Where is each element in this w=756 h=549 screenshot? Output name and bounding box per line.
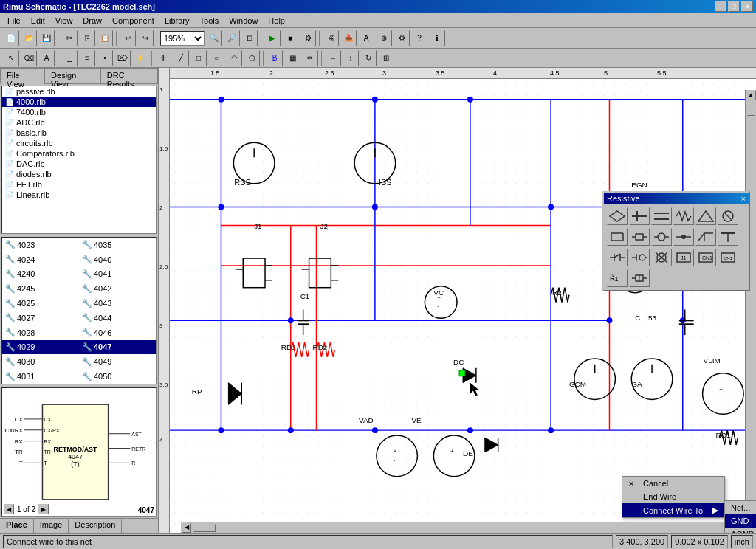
undo-button[interactable]: ↩ — [120, 30, 136, 46]
ctx-end-wire[interactable]: End Wire — [622, 490, 724, 503]
tree-item-4000[interactable]: 📄 4000.rlb — [2, 97, 156, 107]
arc-button[interactable]: ◠ — [226, 50, 242, 66]
line-button[interactable]: ╱ — [173, 50, 189, 66]
run-button[interactable]: ▶ — [264, 30, 281, 46]
circle-button[interactable]: ○ — [208, 50, 224, 66]
tb-btn-a[interactable]: A — [358, 30, 374, 46]
comp-4028[interactable]: 🔧4028 — [2, 325, 79, 340]
menu-component[interactable]: Component — [108, 15, 159, 27]
comp-4046[interactable]: 🔧4046 — [79, 325, 156, 340]
title-bar-buttons[interactable]: ─ □ × — [715, 1, 753, 12]
save-button[interactable]: 💾 — [38, 30, 55, 46]
menu-draw[interactable]: Draw — [78, 15, 106, 27]
res-component-9[interactable] — [651, 228, 672, 246]
res-component-2[interactable] — [629, 207, 650, 225]
cut-button[interactable]: ✂ — [61, 30, 78, 46]
comp-4043[interactable]: 🔧4043 — [79, 296, 156, 311]
tree-item-7400[interactable]: 📄 7400.rlb — [2, 107, 156, 117]
print-button[interactable]: 🖨 — [323, 30, 339, 46]
open-button[interactable]: 📂 — [21, 30, 37, 46]
comp-4029[interactable]: 🔧4029 — [2, 340, 79, 355]
comp-4044[interactable]: 🔧4044 — [79, 311, 156, 325]
menu-file[interactable]: File — [3, 15, 25, 27]
tree-item-basic[interactable]: 📄 basic.rlb — [2, 128, 156, 138]
res-component-7[interactable] — [607, 228, 628, 246]
select-button[interactable]: ↖ — [3, 50, 19, 66]
vertical-scrollbar[interactable]: ▲ ▼ — [745, 90, 756, 522]
tree-item-diodes[interactable]: 📄 diodes.rlb — [2, 169, 156, 179]
export-button[interactable]: 📤 — [340, 30, 357, 46]
cursor-button[interactable]: ✛ — [155, 50, 171, 66]
res-component-14[interactable] — [629, 249, 650, 266]
comp-4024[interactable]: 🔧4024 — [2, 252, 79, 267]
bus-button[interactable]: ≡ — [79, 50, 95, 66]
info-button[interactable]: ℹ — [429, 30, 445, 46]
pen-button[interactable]: ✏ — [302, 50, 318, 66]
zoom-out-button[interactable]: 🔎 — [224, 30, 240, 46]
wire-button[interactable]: ⎯ — [61, 50, 78, 66]
paste-button[interactable]: 📋 — [97, 30, 113, 46]
prev-page-button[interactable]: ◀ — [4, 504, 14, 514]
res-component-10[interactable] — [673, 228, 694, 246]
next-page-button[interactable]: ▶ — [38, 504, 49, 514]
resistive-close-button[interactable]: × — [741, 194, 746, 203]
zoom-fit-button[interactable]: ⊡ — [241, 30, 258, 46]
tab-design-view[interactable]: Design View — [44, 68, 100, 83]
zoom-in-button[interactable]: 🔍 — [206, 30, 222, 46]
flip-h-button[interactable]: ↔ — [325, 50, 341, 66]
ctx-connect-wire[interactable]: Connect Wire To ▶ — [622, 503, 724, 517]
menu-window[interactable]: Window — [224, 15, 262, 27]
minimize-button[interactable]: ─ — [715, 1, 726, 12]
comp-4025[interactable]: 🔧4025 — [2, 296, 79, 311]
scroll-left-button[interactable]: ◀ — [182, 523, 191, 533]
scroll-thumb-h[interactable] — [193, 524, 216, 532]
zoom-select[interactable]: 195% 100% 150% 200% — [160, 31, 205, 46]
junction-button[interactable]: • — [97, 50, 113, 66]
comp-4049[interactable]: 🔧4049 — [79, 354, 156, 369]
tree-item-passive[interactable]: 📄 passive.rlb — [2, 86, 156, 97]
res-component-4[interactable] — [673, 207, 694, 225]
res-component-20[interactable] — [629, 269, 650, 287]
close-button[interactable]: × — [741, 1, 753, 12]
res-component-13[interactable] — [607, 249, 628, 266]
copy-button[interactable]: ⎘ — [79, 30, 95, 46]
redo-button[interactable]: ↪ — [137, 30, 154, 46]
comp-4240[interactable]: 🔧4240 — [2, 267, 79, 282]
text-button[interactable]: A — [38, 50, 55, 66]
schematic-area[interactable]: 1.5 2 2.5 3 3.5 4 4.5 5 5.5 1 1.5 2 2.5 … — [159, 68, 756, 533]
tb-btn-b[interactable]: ⊕ — [376, 30, 392, 46]
submenu-net[interactable]: Net... — [725, 501, 756, 514]
res-component-8[interactable] — [629, 228, 650, 246]
label-button[interactable]: ⌦ — [114, 50, 131, 66]
menu-view[interactable]: View — [51, 15, 78, 27]
btab-place[interactable]: Place — [0, 519, 34, 533]
menu-edit[interactable]: Edit — [27, 15, 49, 27]
ctx-cancel[interactable]: ✕ Cancel — [622, 477, 724, 490]
res-component-12[interactable] — [718, 228, 738, 246]
tab-drc[interactable]: DRC Results — [100, 68, 158, 83]
menu-tools[interactable]: Tools — [196, 15, 224, 27]
build-button[interactable]: ⚙ — [300, 30, 316, 46]
stop-button[interactable]: ■ — [282, 30, 298, 46]
comp-4041[interactable]: 🔧4041 — [79, 267, 156, 282]
rotate-button[interactable]: ↻ — [360, 50, 377, 66]
comp-4035[interactable]: 🔧4035 — [79, 238, 156, 252]
scroll-thumb-v[interactable] — [747, 101, 755, 116]
res-component-11[interactable] — [695, 228, 716, 246]
menu-help[interactable]: Help — [264, 15, 289, 27]
btab-description[interactable]: Description — [69, 519, 122, 533]
tree-item-circuits[interactable]: 📄 circuits.rlb — [2, 138, 156, 148]
comp-4042[interactable]: 🔧4042 — [79, 281, 156, 296]
comp-4023[interactable]: 🔧4023 — [2, 238, 79, 252]
tree-item-fet[interactable]: 📄 FET.rlb — [2, 179, 156, 190]
res-component-19[interactable]: R11k — [607, 269, 628, 287]
menu-library[interactable]: Library — [160, 15, 194, 27]
fill-button[interactable]: ▦ — [284, 50, 300, 66]
res-component-5[interactable] — [695, 207, 716, 225]
res-component-16[interactable]: J1 — [673, 249, 694, 266]
tree-item-dac[interactable]: 📄 DAC.rlb — [2, 159, 156, 169]
comp-4047[interactable]: 🔧4047 — [79, 340, 156, 355]
horizontal-scrollbar[interactable]: ◀ ▶ — [181, 522, 745, 533]
res-component-1[interactable] — [607, 207, 628, 225]
tab-file-view[interactable]: File View — [0, 68, 44, 84]
